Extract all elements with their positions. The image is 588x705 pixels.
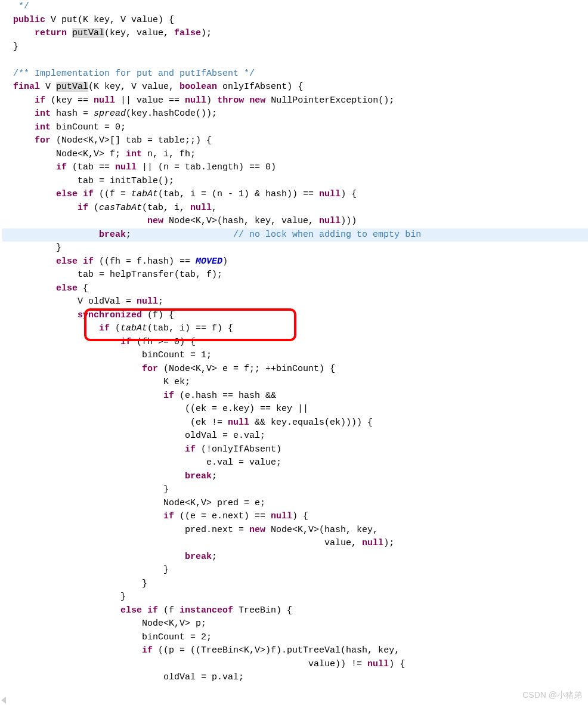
code-line: int binCount = 0; bbox=[2, 122, 126, 132]
code-line: } bbox=[2, 243, 61, 253]
code-line: if (fh >= 0) { bbox=[2, 337, 196, 347]
code-line: (ek != null && key.equals(ek)))) { bbox=[2, 418, 373, 428]
code-line: oldVal = p.val; bbox=[2, 672, 244, 682]
code-line: final V putVal(K key, V value, boolean o… bbox=[2, 82, 303, 92]
code-line: break; bbox=[2, 471, 217, 481]
code-line: new Node<K,V>(hash, key, value, null))) bbox=[2, 216, 357, 226]
code-line: for (Node<K,V> e = f;; ++binCount) { bbox=[2, 364, 335, 374]
code-line: tab = initTable(); bbox=[2, 176, 174, 186]
code-line: else if (f instanceof TreeBin) { bbox=[2, 605, 292, 616]
code-line: value)) != null) { bbox=[2, 659, 405, 669]
code-line: Node<K,V> p; bbox=[2, 619, 206, 629]
code-line: Node<K,V> pred = e; bbox=[2, 498, 265, 508]
code-line: int hash = spread(key.hashCode()); bbox=[2, 109, 217, 119]
code-line: if ((e = e.next) == null) { bbox=[2, 511, 308, 521]
code-line: oldVal = e.val; bbox=[2, 431, 265, 441]
code-line: e.val = value; bbox=[2, 457, 281, 468]
code-line: return putVal(key, value, false); bbox=[2, 28, 212, 38]
code-line: pred.next = new Node<K,V>(hash, key, bbox=[2, 525, 378, 535]
code-line: if (!onlyIfAbsent) bbox=[2, 444, 281, 454]
code-line bbox=[2, 55, 8, 65]
code-viewer: */ public V put(K key, V value) { return… bbox=[0, 0, 588, 685]
code-line: binCount = 2; bbox=[2, 632, 212, 642]
code-line: } bbox=[2, 565, 169, 575]
code-line: ((ek = e.key) == key || bbox=[2, 404, 308, 414]
code-line: synchronized (f) { bbox=[2, 310, 174, 320]
code-line: V oldVal = null; bbox=[2, 296, 163, 307]
code-line: } bbox=[2, 579, 147, 589]
code-line: binCount = 1; bbox=[2, 350, 212, 360]
code-line: if (tab == null || (n = tab.length) == 0… bbox=[2, 162, 276, 172]
code-line: break; bbox=[2, 552, 217, 562]
code-line: } bbox=[2, 484, 169, 494]
code-line: for (Node<K,V>[] tab = table;;) { bbox=[2, 135, 212, 146]
code-line: else if ((fh = f.hash) == MOVED) bbox=[2, 256, 228, 267]
code-line: if (key == null || value == null) throw … bbox=[2, 95, 394, 106]
code-line: else if ((f = tabAt(tab, i = (n - 1) & h… bbox=[2, 189, 357, 199]
code-line: K ek; bbox=[2, 377, 190, 387]
highlighted-line: break; // no lock when adding to empty b… bbox=[2, 228, 588, 242]
code-line: tab = helpTransfer(tab, f); bbox=[2, 270, 222, 280]
code-line: if (e.hash == hash && bbox=[2, 391, 276, 401]
code-line: public V put(K key, V value) { bbox=[2, 15, 174, 25]
code-line: /** Implementation for put and putIfAbse… bbox=[2, 69, 255, 79]
code-line: } bbox=[2, 592, 126, 602]
code-line: else { bbox=[2, 283, 88, 293]
code-line: */ bbox=[2, 1, 29, 11]
code-block: */ public V put(K key, V value) { return… bbox=[0, 0, 588, 685]
code-line: if (tabAt(tab, i) == f) { bbox=[2, 323, 233, 333]
code-line: if (casTabAt(tab, i, null, bbox=[2, 203, 217, 213]
code-line: Node<K,V> f; int n, i, fh; bbox=[2, 149, 196, 159]
code-line: if ((p = ((TreeBin<K,V>)f).putTreeVal(ha… bbox=[2, 645, 400, 655]
code-line: } bbox=[2, 42, 18, 52]
code-line: value, null); bbox=[2, 538, 394, 548]
